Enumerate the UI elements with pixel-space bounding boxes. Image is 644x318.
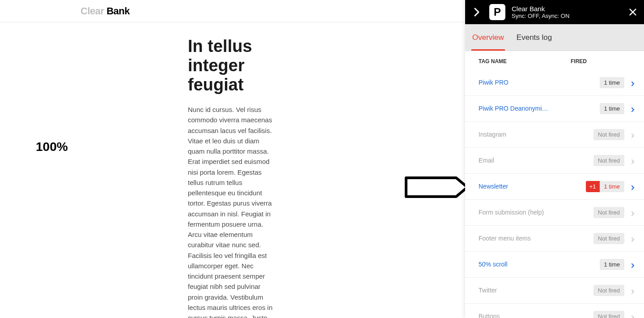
- tag-row-name: Piwik PRO Deanonymizat...: [479, 105, 550, 112]
- article-title: In tellus integer feugiat: [188, 37, 277, 95]
- fired-badge: 1 time: [600, 77, 624, 88]
- article-content: In tellus integer feugiat Nunc id cursus…: [0, 22, 277, 318]
- tag-badges: 1 time: [600, 77, 624, 88]
- chevron-right-icon: [631, 236, 636, 241]
- tag-badges: Not fired: [593, 311, 624, 318]
- tag-badges: Not fired: [593, 155, 624, 166]
- tag-row-name: Newsletter: [479, 183, 550, 190]
- tag-row[interactable]: Newsletter+11 time: [465, 174, 644, 200]
- logo-bank: Bank: [106, 5, 130, 17]
- debugger-subtitle: Sync: OFF, Async: ON: [512, 13, 621, 19]
- chevron-right-icon: [631, 288, 636, 293]
- tag-badges: +11 time: [586, 181, 624, 192]
- tag-row-name: Form submission (help): [479, 209, 550, 216]
- tag-row[interactable]: Piwik PRO Deanonymizat...1 time: [465, 96, 644, 122]
- tag-row-right: Not fired: [593, 285, 636, 296]
- fired-badge: Not fired: [593, 233, 624, 244]
- tag-row-right: 1 time: [600, 103, 636, 114]
- tag-row-right: 1 time: [600, 259, 636, 270]
- chevron-right-icon: [631, 314, 636, 318]
- fired-badge: 1 time: [600, 259, 624, 270]
- tag-badges: 1 time: [600, 103, 624, 114]
- tag-row-right: Not fired: [593, 129, 636, 140]
- tag-row[interactable]: TwitterNot fired: [465, 278, 644, 304]
- tag-row-right: +11 time: [586, 181, 636, 192]
- tag-debugger-panel: P Clear Bank Sync: OFF, Async: ON Overvi…: [465, 0, 644, 318]
- tag-row-name: Footer menu items: [479, 235, 550, 242]
- tag-badges: Not fired: [593, 207, 624, 218]
- tag-table-header: TAG NAME FIRED: [465, 51, 644, 70]
- col-tag-name: TAG NAME: [479, 58, 507, 64]
- tag-row-right: 1 time: [600, 77, 636, 88]
- tag-row[interactable]: Form submission (help)Not fired: [465, 200, 644, 226]
- fired-badge: Not fired: [593, 207, 624, 218]
- chevron-right-icon: [631, 132, 636, 137]
- debugger-title: Clear Bank: [512, 5, 621, 13]
- article-body: Nunc id cursus. Vel risus commodo viverr…: [188, 104, 277, 318]
- tag-row[interactable]: 50% scroll1 time: [465, 252, 644, 278]
- tag-row-name: Twitter: [479, 287, 550, 294]
- fired-badge: 1 time: [600, 181, 624, 192]
- site-logo[interactable]: Clear Bank: [80, 5, 130, 17]
- chevron-right-icon: [631, 80, 636, 85]
- fired-badge: Not fired: [593, 311, 624, 318]
- tag-badges: Not fired: [593, 233, 624, 244]
- tag-rows: Piwik PRO1 timePiwik PRO Deanonymizat...…: [465, 70, 644, 318]
- col-fired: FIRED: [571, 58, 587, 64]
- tag-row-right: Not fired: [593, 311, 636, 318]
- logo-clear: Clear: [80, 5, 104, 17]
- chevron-right-icon: [631, 158, 636, 163]
- piwik-logo-icon: P: [489, 4, 505, 20]
- fired-badge: Not fired: [593, 129, 624, 140]
- collapse-button[interactable]: [470, 6, 483, 18]
- tag-badges: Not fired: [593, 129, 624, 140]
- close-button[interactable]: [627, 6, 639, 18]
- tag-row-name: Email: [479, 157, 550, 164]
- debugger-title-block: Clear Bank Sync: OFF, Async: ON: [512, 5, 621, 19]
- fired-badge: 1 time: [600, 103, 624, 114]
- fired-increment-badge: +1: [586, 181, 600, 192]
- tag-row[interactable]: EmailNot fired: [465, 148, 644, 174]
- tab-overview[interactable]: Overview: [471, 24, 505, 51]
- tag-badges: Not fired: [593, 285, 624, 296]
- annotation-arrow: [405, 176, 470, 198]
- tag-row[interactable]: Footer menu itemsNot fired: [465, 226, 644, 252]
- fired-badge: Not fired: [593, 285, 624, 296]
- chevron-right-icon: [631, 106, 636, 111]
- tag-row-name: Piwik PRO: [479, 79, 550, 86]
- chevron-right-icon: [631, 210, 636, 215]
- tag-row-name: 50% scroll: [479, 261, 550, 268]
- tag-row-right: Not fired: [593, 155, 636, 166]
- tab-events-log[interactable]: Events log: [516, 24, 553, 51]
- tag-badges: 1 time: [600, 259, 624, 270]
- scroll-percentage: 100%: [36, 140, 68, 154]
- tag-row[interactable]: ButtonsNot fired: [465, 304, 644, 318]
- tag-row-right: Not fired: [593, 233, 636, 244]
- tag-row-name: Buttons: [479, 313, 550, 318]
- fired-badge: Not fired: [593, 155, 624, 166]
- tag-row-name: Instagram: [479, 131, 550, 138]
- tag-row[interactable]: Piwik PRO1 time: [465, 70, 644, 96]
- tag-row[interactable]: InstagramNot fired: [465, 122, 644, 148]
- chevron-right-icon: [631, 262, 636, 267]
- debugger-header: P Clear Bank Sync: OFF, Async: ON: [465, 0, 644, 24]
- chevron-right-icon: [631, 184, 636, 189]
- tag-row-right: Not fired: [593, 207, 636, 218]
- debugger-tabs: Overview Events log: [465, 24, 644, 51]
